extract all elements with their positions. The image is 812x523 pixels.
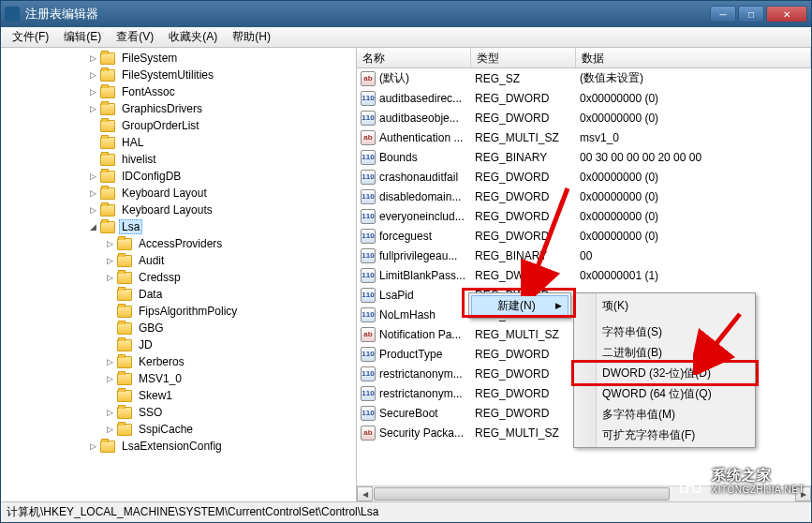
- scroll-thumb[interactable]: [374, 487, 670, 501]
- context-item-qword[interactable]: QWORD (64 位)值(Q): [576, 383, 753, 404]
- tree-node[interactable]: Skew1: [3, 387, 354, 404]
- tree-node[interactable]: ◢Lsa: [3, 218, 354, 235]
- tree-expander-icon[interactable]: ▷: [104, 272, 115, 283]
- tree-node[interactable]: GBG: [3, 320, 354, 336]
- titlebar[interactable]: 注册表编辑器 ─ □ ✕: [1, 1, 811, 27]
- context-submenu-new[interactable]: 项(K) 字符串值(S) 二进制值(B) DWORD (32-位)值(D) QW…: [573, 292, 756, 448]
- tree-label[interactable]: GroupOrderList: [119, 118, 202, 133]
- tree-label[interactable]: LsaExtensionConfig: [119, 439, 225, 454]
- menu-file[interactable]: 文件(F): [5, 27, 56, 47]
- tree-label[interactable]: SSO: [136, 405, 165, 420]
- tree-expander-icon[interactable]: ▷: [87, 103, 98, 114]
- menu-view[interactable]: 查看(V): [109, 27, 161, 47]
- tree-expander-icon[interactable]: ▷: [104, 255, 115, 266]
- context-item-key[interactable]: 项(K): [576, 295, 753, 316]
- maximize-button[interactable]: □: [738, 6, 764, 22]
- list-row[interactable]: 110crashonauditfailREG_DWORD0x00000000 (…: [357, 167, 811, 187]
- list-row[interactable]: ab(默认)REG_SZ(数值未设置): [357, 68, 811, 88]
- tree-expander-icon[interactable]: ▷: [87, 441, 98, 452]
- tree-label[interactable]: Audit: [136, 253, 167, 268]
- tree-label[interactable]: GraphicsDrivers: [119, 101, 205, 116]
- tree-label[interactable]: FileSystemUtilities: [119, 67, 216, 82]
- tree-scroll[interactable]: ▷FileSystem▷FileSystemUtilities▷FontAsso…: [1, 48, 356, 501]
- tree-label[interactable]: Keyboard Layout: [119, 186, 210, 201]
- tree-node[interactable]: ▷SSO: [3, 404, 354, 421]
- tree-label[interactable]: hivelist: [119, 152, 159, 167]
- tree-node[interactable]: ▷Kerberos: [3, 353, 354, 370]
- tree-label[interactable]: GBG: [136, 321, 167, 336]
- context-menu-main[interactable]: 新建(N) ▶: [468, 292, 571, 319]
- list-row[interactable]: 110BoundsREG_BINARY00 30 00 00 00 20 00 …: [357, 147, 811, 167]
- tree-label[interactable]: Data: [136, 287, 165, 302]
- tree-label[interactable]: SspiCache: [136, 422, 196, 437]
- tree-node[interactable]: ▷LsaExtensionConfig: [3, 438, 354, 455]
- context-item-binary[interactable]: 二进制值(B): [576, 342, 753, 363]
- tree-expander-icon[interactable]: ▷: [104, 373, 115, 384]
- menu-favorites[interactable]: 收藏夹(A): [161, 27, 225, 47]
- close-button[interactable]: ✕: [766, 6, 807, 22]
- tree-expander-icon[interactable]: ▷: [87, 52, 98, 64]
- tree-node[interactable]: FipsAlgorithmPolicy: [3, 303, 354, 320]
- col-type[interactable]: 类型: [471, 48, 576, 67]
- tree-node[interactable]: ▷Audit: [3, 252, 354, 269]
- tree-node[interactable]: ▷FileSystem: [3, 50, 354, 67]
- tree-label[interactable]: FontAssoc: [119, 84, 178, 99]
- list-row[interactable]: 110auditbaseobje...REG_DWORD0x00000000 (…: [357, 108, 811, 127]
- list-row[interactable]: 110disabledomain...REG_DWORD0x00000000 (…: [357, 187, 811, 206]
- scroll-right-button[interactable]: ▶: [795, 486, 811, 501]
- list-row[interactable]: 110LimitBlankPass...REG_DWORD0x00000001 …: [357, 265, 811, 285]
- tree-label[interactable]: AccessProviders: [136, 236, 225, 251]
- col-name[interactable]: 名称: [357, 48, 471, 67]
- context-item-new[interactable]: 新建(N) ▶: [471, 295, 568, 316]
- list-row[interactable]: 110auditbasedirec...REG_DWORD0x00000000 …: [357, 88, 811, 108]
- tree-node[interactable]: ▷FontAssoc: [3, 83, 354, 100]
- menu-edit[interactable]: 编辑(E): [56, 27, 109, 47]
- tree-node[interactable]: JD: [3, 336, 354, 353]
- tree-node[interactable]: ▷GraphicsDrivers: [3, 100, 354, 117]
- tree-label[interactable]: HAL: [119, 135, 146, 150]
- tree-node[interactable]: HAL: [3, 134, 354, 151]
- tree-label[interactable]: JD: [136, 337, 155, 352]
- tree-label[interactable]: Credssp: [136, 270, 184, 285]
- tree-node[interactable]: Data: [3, 286, 354, 303]
- tree-label[interactable]: Lsa: [119, 219, 142, 234]
- tree-expander-icon[interactable]: ▷: [104, 407, 115, 418]
- tree-expander-icon[interactable]: ▷: [87, 204, 98, 216]
- tree-node[interactable]: ▷Credssp: [3, 269, 354, 286]
- tree-node[interactable]: ▷SspiCache: [3, 421, 354, 438]
- context-item-dword[interactable]: DWORD (32-位)值(D): [576, 363, 753, 383]
- context-item-expandstring[interactable]: 可扩充字符串值(F): [576, 425, 753, 445]
- context-item-string[interactable]: 字符串值(S): [576, 321, 753, 342]
- list-row[interactable]: 110forceguestREG_DWORD0x00000000 (0): [357, 226, 811, 246]
- list-row[interactable]: 110fullprivilegeau...REG_BINARY00: [357, 246, 811, 265]
- tree-expander-icon[interactable]: ◢: [87, 221, 98, 232]
- minimize-button[interactable]: ─: [710, 6, 736, 22]
- tree-node[interactable]: ▷Keyboard Layouts: [3, 202, 354, 218]
- tree-label[interactable]: Keyboard Layouts: [119, 202, 215, 217]
- tree-label[interactable]: Kerberos: [136, 354, 187, 369]
- tree-node[interactable]: GroupOrderList: [3, 117, 354, 134]
- tree-node[interactable]: ▷MSV1_0: [3, 370, 354, 387]
- tree-node[interactable]: ▷Keyboard Layout: [3, 185, 354, 202]
- scroll-left-button[interactable]: ◀: [357, 486, 373, 501]
- context-item-multistring[interactable]: 多字符串值(M): [576, 404, 753, 425]
- tree-node[interactable]: ▷AccessProviders: [3, 235, 354, 252]
- tree-label[interactable]: IDConfigDB: [119, 169, 184, 184]
- tree-expander-icon[interactable]: ▷: [87, 187, 98, 199]
- scroll-track[interactable]: [373, 486, 795, 501]
- list-horizontal-scrollbar[interactable]: ◀ ▶: [357, 486, 811, 501]
- menu-help[interactable]: 帮助(H): [225, 27, 278, 47]
- tree-expander-icon[interactable]: ▷: [87, 171, 98, 182]
- col-data[interactable]: 数据: [576, 48, 811, 67]
- tree-label[interactable]: Skew1: [136, 388, 175, 403]
- tree-expander-icon[interactable]: ▷: [104, 356, 115, 367]
- tree-node[interactable]: ▷FileSystemUtilities: [3, 67, 354, 83]
- tree-label[interactable]: FipsAlgorithmPolicy: [136, 304, 240, 319]
- list-row[interactable]: 110everyoneinclud...REG_DWORD0x00000000 …: [357, 206, 811, 226]
- tree-label[interactable]: MSV1_0: [136, 371, 185, 386]
- tree-expander-icon[interactable]: ▷: [87, 69, 98, 81]
- tree-label[interactable]: FileSystem: [119, 51, 180, 66]
- tree-node[interactable]: hivelist: [3, 151, 354, 168]
- tree-expander-icon[interactable]: ▷: [104, 238, 115, 249]
- tree-expander-icon[interactable]: ▷: [104, 424, 115, 435]
